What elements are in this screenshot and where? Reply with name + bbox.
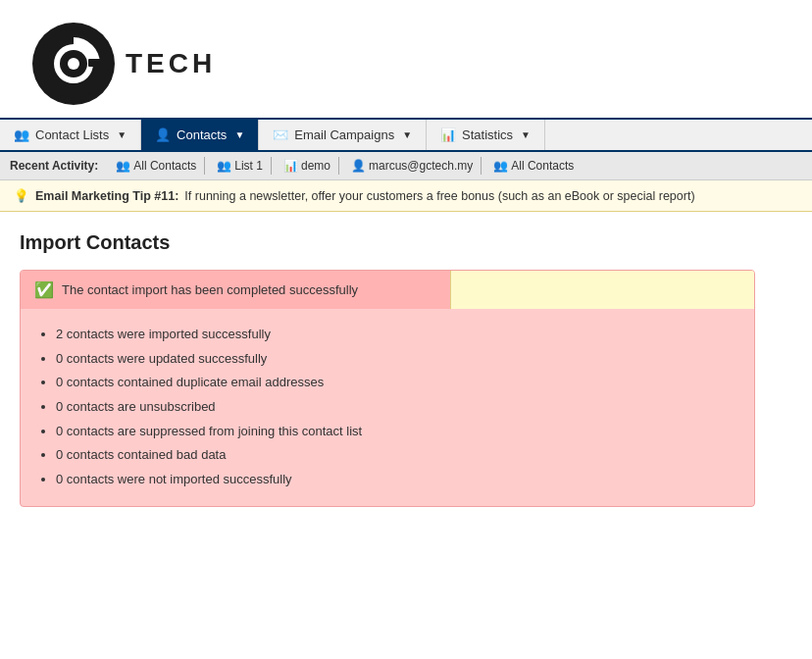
recent-all-contacts-2-label: All Contacts: [511, 159, 574, 173]
header: TECH: [0, 0, 812, 118]
nav-statistics[interactable]: 📊 Statistics ▼: [427, 120, 545, 150]
logo-container: TECH: [29, 20, 783, 108]
contact-lists-icon: 👥: [14, 127, 29, 142]
recent-all-contacts-2[interactable]: 👥 All Contacts: [485, 157, 582, 175]
nav-email-campaigns[interactable]: ✉️ Email Campaigns ▼: [259, 120, 427, 150]
success-header-right-panel: [450, 271, 754, 309]
recent-activity-bar: Recent Activity: 👥 All Contacts 👥 List 1…: [0, 152, 812, 180]
nav-contact-lists-label: Contact Lists: [35, 127, 109, 142]
recent-activity-label: Recent Activity:: [10, 159, 98, 173]
result-item-2: 0 contacts contained duplicate email add…: [56, 371, 740, 395]
nav-email-campaigns-label: Email Campaigns: [294, 127, 394, 142]
recent-marcus-label: marcus@gctech.my: [369, 159, 473, 173]
svg-point-3: [68, 58, 79, 70]
success-message: The contact import has been completed su…: [62, 282, 358, 297]
recent-marcus[interactable]: 👤 marcus@gctech.my: [343, 157, 482, 175]
nav-contact-lists[interactable]: 👥 Contact Lists ▼: [0, 120, 141, 150]
recent-demo[interactable]: 📊 demo: [276, 157, 339, 175]
result-item-6: 0 contacts were not imported successfull…: [56, 468, 740, 492]
recent-list-1[interactable]: 👥 List 1: [209, 157, 272, 175]
main-content: Import Contacts ✅ The contact import has…: [0, 212, 812, 527]
logo-text: TECH: [126, 48, 216, 79]
page-title: Import Contacts: [20, 231, 792, 254]
recent-all-contacts-1-label: All Contacts: [133, 159, 196, 173]
recent-all-contacts-1-icon: 👥: [116, 159, 130, 173]
logo-icon: [29, 20, 118, 108]
nav-contacts-label: Contacts: [177, 127, 227, 142]
recent-demo-label: demo: [301, 159, 330, 173]
recent-list-1-label: List 1: [234, 159, 263, 173]
recent-demo-icon: 📊: [283, 159, 298, 173]
result-item-4: 0 contacts are suppressed from joining t…: [56, 420, 740, 444]
success-header: ✅ The contact import has been completed …: [21, 271, 754, 309]
import-result: ✅ The contact import has been completed …: [20, 270, 755, 507]
statistics-icon: 📊: [440, 127, 456, 142]
recent-all-contacts-2-icon: 👥: [493, 159, 508, 173]
contact-lists-arrow: ▼: [117, 129, 127, 140]
navbar: 👥 Contact Lists ▼ 👤 Contacts ▼ ✉️ Email …: [0, 118, 812, 152]
result-item-1: 0 contacts were updated successfully: [56, 347, 740, 372]
tip-bold: Email Marketing Tip #11:: [35, 189, 178, 203]
result-item-0: 2 contacts were imported successfully: [56, 323, 740, 347]
nav-contacts[interactable]: 👤 Contacts ▼: [141, 120, 259, 150]
result-item-3: 0 contacts are unsubscribed: [56, 395, 740, 420]
statistics-arrow: ▼: [521, 129, 531, 140]
tip-text: If running a newsletter, offer your cust…: [184, 189, 694, 203]
tip-bar: 💡 Email Marketing Tip #11: If running a …: [0, 180, 812, 212]
tip-icon: 💡: [14, 188, 29, 203]
recent-marcus-icon: 👤: [351, 159, 366, 173]
recent-all-contacts-1[interactable]: 👥 All Contacts: [108, 157, 205, 175]
svg-rect-4: [88, 59, 108, 67]
result-item-5: 0 contacts contained bad data: [56, 443, 740, 468]
email-campaigns-arrow: ▼: [402, 129, 412, 140]
contacts-icon: 👤: [155, 127, 171, 142]
result-list: 2 contacts were imported successfully 0 …: [21, 309, 754, 506]
email-campaigns-icon: ✉️: [273, 127, 288, 142]
recent-list-1-icon: 👥: [217, 159, 231, 173]
contacts-arrow: ▼: [234, 129, 244, 140]
nav-statistics-label: Statistics: [462, 127, 513, 142]
success-icon: ✅: [34, 280, 54, 299]
